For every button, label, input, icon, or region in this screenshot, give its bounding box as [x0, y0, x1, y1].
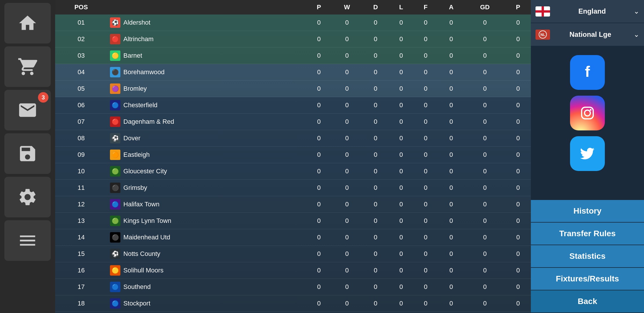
league-dropdown[interactable]: NL National Lge ⌄ [531, 23, 644, 46]
table-row[interactable]: 19 🔴 Torquay Utd 0 0 0 0 0 0 0 0 [55, 312, 531, 313]
row-w: 0 [332, 213, 362, 229]
row-team: 🔴 Altrincham [107, 31, 306, 48]
team-name: Southend [123, 283, 151, 291]
table-row[interactable]: 15 ⚽ Notts County 0 0 0 0 0 0 0 0 [55, 246, 531, 262]
team-badge-icon: ⚽ [110, 17, 120, 28]
table-row[interactable]: 17 🔵 Southend 0 0 0 0 0 0 0 0 [55, 279, 531, 295]
instagram-button[interactable] [570, 96, 605, 130]
row-w: 0 [332, 14, 362, 31]
row-gd: 0 [464, 246, 505, 262]
table-row[interactable]: 10 🟢 Gloucester City 0 0 0 0 0 0 0 0 [55, 163, 531, 180]
table-row[interactable]: 13 🟢 Kings Lynn Town 0 0 0 0 0 0 0 0 [55, 213, 531, 229]
row-w: 0 [332, 279, 362, 295]
save-icon [17, 143, 38, 164]
row-w: 0 [332, 229, 362, 246]
row-a: 0 [438, 213, 465, 229]
row-l: 0 [389, 147, 413, 163]
row-f: 0 [413, 262, 438, 279]
row-pts: 0 [505, 246, 531, 262]
row-pos: 07 [55, 114, 107, 130]
sidebar-item-shop[interactable] [4, 46, 51, 87]
facebook-button[interactable]: f [570, 55, 605, 90]
row-gd: 0 [464, 147, 505, 163]
team-badge-icon: ⚽ [110, 249, 120, 259]
table-row[interactable]: 07 🔴 Dagenham & Red 0 0 0 0 0 0 0 0 [55, 114, 531, 130]
row-pos: 18 [55, 295, 107, 312]
row-team: ⚫ Maidenhead Utd [107, 229, 306, 246]
table-row[interactable]: 11 ⚫ Grimsby 0 0 0 0 0 0 0 0 [55, 180, 531, 196]
league-table[interactable]: POS P W D L F A GD P 01 ⚽ Aldershot [55, 0, 531, 313]
sidebar-item-messages[interactable]: 3 [4, 90, 51, 130]
team-name: Bromley [123, 85, 147, 92]
table-row[interactable]: 16 🟡 Solihull Moors 0 0 0 0 0 0 0 0 [55, 262, 531, 279]
back-button[interactable]: Back [531, 290, 644, 313]
table-row[interactable]: 06 🔵 Chesterfield 0 0 0 0 0 0 0 0 [55, 97, 531, 114]
twitter-button[interactable] [570, 136, 605, 171]
row-team: 🔵 Southend [107, 279, 306, 295]
standings-table: POS P W D L F A GD P 01 ⚽ Aldershot [55, 0, 531, 313]
row-gd: 0 [464, 81, 505, 97]
row-w: 0 [332, 114, 362, 130]
row-pts: 0 [505, 262, 531, 279]
list-icon [17, 230, 38, 251]
sidebar-item-save[interactable] [4, 133, 51, 174]
row-pts: 0 [505, 213, 531, 229]
transfer-rules-button[interactable]: Transfer Rules [531, 223, 644, 245]
sidebar-item-list[interactable] [4, 220, 51, 261]
row-w: 0 [332, 163, 362, 180]
row-a: 0 [438, 130, 465, 147]
sidebar-item-home[interactable] [4, 3, 51, 43]
team-badge-icon: ⚫ [110, 183, 120, 193]
row-gd: 0 [464, 14, 505, 31]
row-d: 0 [362, 114, 389, 130]
table-row[interactable]: 14 ⚫ Maidenhead Utd 0 0 0 0 0 0 0 0 [55, 229, 531, 246]
table-row[interactable]: 03 🟡 Barnet 0 0 0 0 0 0 0 0 [55, 48, 531, 64]
table-row[interactable]: 01 ⚽ Aldershot 0 0 0 0 0 0 0 0 [55, 14, 531, 31]
row-d: 0 [362, 147, 389, 163]
history-button[interactable]: History [531, 200, 644, 223]
team-badge-icon: 🟢 [110, 216, 120, 226]
team-name: Halifax Town [123, 201, 159, 208]
row-w: 0 [332, 31, 362, 48]
row-l: 0 [389, 130, 413, 147]
table-row[interactable]: 18 🔵 Stockport 0 0 0 0 0 0 0 0 [55, 295, 531, 312]
row-f: 0 [413, 130, 438, 147]
row-team: ⚽ Notts County [107, 246, 306, 262]
table-row[interactable]: 12 🔵 Halifax Town 0 0 0 0 0 0 0 0 [55, 196, 531, 213]
row-pos: 06 [55, 97, 107, 114]
gear-icon [17, 187, 38, 207]
row-l: 0 [389, 14, 413, 31]
row-d: 0 [362, 229, 389, 246]
team-badge-icon: ⚽ [110, 133, 120, 143]
row-f: 0 [413, 14, 438, 31]
header-gd: GD [464, 0, 505, 14]
team-badge-icon: 🔵 [110, 298, 120, 309]
row-pos: 17 [55, 279, 107, 295]
sidebar-item-settings[interactable] [4, 177, 51, 217]
row-f: 0 [413, 64, 438, 81]
table-row[interactable]: 04 ⚫ Borehamwood 0 0 0 0 0 0 0 0 [55, 64, 531, 81]
row-w: 0 [332, 312, 362, 313]
table-row[interactable]: 08 ⚽ Dover 0 0 0 0 0 0 0 0 [55, 130, 531, 147]
row-pts: 0 [505, 163, 531, 180]
league-badge-icon: NL [536, 30, 550, 40]
row-a: 0 [438, 64, 465, 81]
team-name: Aldershot [123, 19, 150, 26]
row-a: 0 [438, 312, 465, 313]
row-l: 0 [389, 180, 413, 196]
row-pos: 05 [55, 81, 107, 97]
table-row[interactable]: 09 🟠 Eastleigh 0 0 0 0 0 0 0 0 [55, 147, 531, 163]
country-dropdown[interactable]: England ⌄ [531, 0, 644, 23]
row-f: 0 [413, 213, 438, 229]
table-row[interactable]: 05 🟣 Bromley 0 0 0 0 0 0 0 0 [55, 81, 531, 97]
row-pts: 0 [505, 295, 531, 312]
team-name: Kings Lynn Town [123, 217, 171, 225]
table-body: 01 ⚽ Aldershot 0 0 0 0 0 0 0 0 02 🔴 Altr… [55, 14, 531, 313]
table-row[interactable]: 02 🔴 Altrincham 0 0 0 0 0 0 0 0 [55, 31, 531, 48]
row-f: 0 [413, 48, 438, 64]
row-d: 0 [362, 279, 389, 295]
fixtures-results-button[interactable]: Fixtures/Results [531, 268, 644, 290]
statistics-button[interactable]: Statistics [531, 245, 644, 268]
row-pos: 01 [55, 14, 107, 31]
row-l: 0 [389, 81, 413, 97]
